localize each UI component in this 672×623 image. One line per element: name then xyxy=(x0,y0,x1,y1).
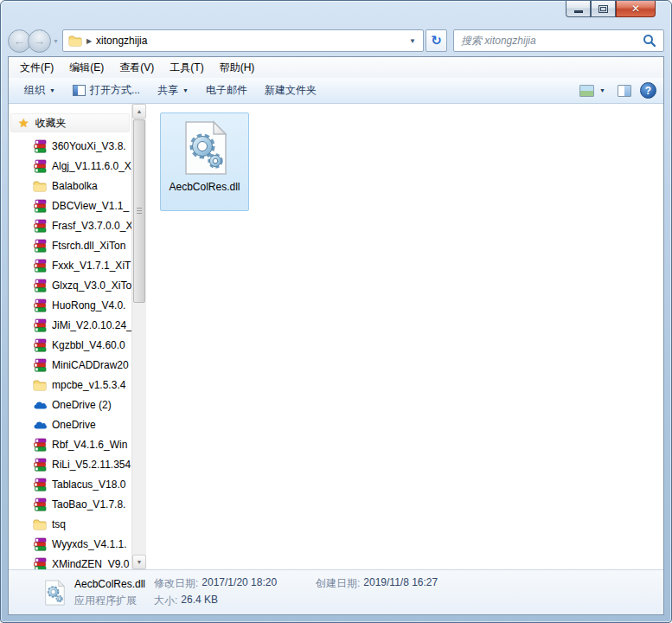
sidebar-item[interactable]: Kgzbbl_V4.60.0 xyxy=(9,335,131,355)
open-with-button[interactable]: 打开方式... xyxy=(64,80,149,101)
sidebar-item[interactable]: tsq xyxy=(9,514,131,534)
refresh-button[interactable]: ↻ xyxy=(426,29,447,52)
sidebar-item[interactable]: Wyyxds_V4.1.1. xyxy=(9,534,131,554)
sidebar-item[interactable]: OneDrive xyxy=(9,414,131,434)
sidebar-item[interactable]: Algj_V1.11.6.0_X xyxy=(9,156,131,176)
forward-button[interactable]: → xyxy=(28,29,51,53)
created-date-label: 创建日期: xyxy=(316,576,360,591)
close-button[interactable]: ✕ xyxy=(616,1,656,17)
sidebar-item[interactable]: OneDrive (2) xyxy=(9,395,131,414)
sidebar-item-label: tsq xyxy=(52,518,66,530)
content-area: ★ 收藏夹 360YouXi_V3.8.Algj_V1.11.6.0_XBala… xyxy=(9,104,663,569)
rar-archive-icon xyxy=(33,139,47,153)
close-icon: ✕ xyxy=(631,3,640,15)
file-type-label: 应用程序扩展 xyxy=(74,594,152,608)
sidebar-item-label: MiniCADDraw20 xyxy=(52,359,129,371)
sidebar-item[interactable]: XMindZEN_V9.0 xyxy=(9,554,131,569)
dll-file-icon xyxy=(177,120,233,176)
chevron-down-icon: ▼ xyxy=(182,87,189,93)
star-icon: ★ xyxy=(18,116,29,130)
sidebar-item[interactable]: Glxzq_V3.0_XiTo xyxy=(9,275,131,295)
menu-edit[interactable]: 编辑(E) xyxy=(61,58,112,78)
recent-pages-dropdown[interactable]: ▼ xyxy=(53,38,59,44)
sidebar-item[interactable]: Balabolka xyxy=(9,176,131,196)
rar-archive-icon xyxy=(33,478,47,491)
maximize-button[interactable] xyxy=(591,1,616,17)
breadcrumb-arrow-icon: ▶ xyxy=(86,37,92,45)
sidebar-item-label: Algj_V1.11.6.0_X xyxy=(52,160,131,172)
scrollbar-thumb[interactable] xyxy=(133,119,145,303)
sidebar-item[interactable]: DBCView_V1.1_ xyxy=(9,196,131,215)
new-folder-button[interactable]: 新建文件夹 xyxy=(256,80,325,101)
command-bar: 组织▼ 打开方式... 共享▼ 电子邮件 新建文件夹 ▼ ? xyxy=(9,78,663,104)
sidebar-item-label: RiLi_V5.2.11.354 xyxy=(52,459,131,471)
onedrive-cloud-icon xyxy=(33,418,47,432)
rar-archive-icon xyxy=(33,159,47,173)
sidebar-item[interactable]: 360YouXi_V3.8. xyxy=(9,136,131,156)
sidebar-item-label: Kgzbbl_V4.60.0 xyxy=(52,339,125,351)
sidebar-item-label: Balabolka xyxy=(52,180,98,192)
sidebar-item[interactable]: Frasf_V3.7.0.0_X xyxy=(9,215,131,235)
file-item-selected[interactable]: AecbColRes.dll xyxy=(160,112,249,211)
file-list-pane[interactable]: AecbColRes.dll xyxy=(146,104,663,569)
address-dropdown-icon[interactable]: ▼ xyxy=(407,37,418,45)
sidebar-item[interactable]: Tablacus_V18.0 xyxy=(9,474,131,494)
search-icon xyxy=(643,34,656,48)
organize-button[interactable]: 组织▼ xyxy=(16,80,64,101)
menu-tools[interactable]: 工具(T) xyxy=(162,58,211,78)
help-button[interactable]: ? xyxy=(640,82,656,99)
sidebar-item[interactable]: MiniCADDraw20 xyxy=(9,355,131,375)
menu-help[interactable]: 帮助(H) xyxy=(212,58,263,78)
search-box[interactable]: 搜索 xitongzhijia xyxy=(453,29,664,52)
rar-archive-icon xyxy=(33,537,47,551)
menu-file[interactable]: 文件(F) xyxy=(12,58,61,78)
rar-archive-icon xyxy=(33,458,47,472)
rar-archive-icon xyxy=(33,299,47,312)
favorites-header[interactable]: ★ 收藏夹 xyxy=(10,113,130,132)
sidebar-item[interactable]: Rbf_V4.1.6_Win xyxy=(9,434,131,454)
application-window-icon xyxy=(73,85,86,96)
rar-archive-icon xyxy=(33,239,47,253)
rar-archive-icon xyxy=(33,199,47,213)
scrollbar-grip-icon xyxy=(137,208,142,215)
sidebar-item-label: Tablacus_V18.0 xyxy=(52,478,125,491)
sidebar-item[interactable]: TaoBao_V1.7.8. xyxy=(9,494,131,514)
sidebar-item[interactable]: HuoRong_V4.0. xyxy=(9,295,131,315)
sidebar-item[interactable]: Fxxk_V1.7.1_XiT xyxy=(9,255,131,275)
folder-icon xyxy=(33,517,47,531)
sidebar-item[interactable]: JiMi_V2.0.10.24_ xyxy=(9,315,131,335)
rar-archive-icon xyxy=(33,438,47,452)
share-button[interactable]: 共享▼ xyxy=(149,80,197,101)
sidebar-item-label: JiMi_V2.0.10.24_ xyxy=(52,319,131,331)
views-button[interactable]: ▼ xyxy=(576,80,609,101)
menu-view[interactable]: 查看(V) xyxy=(112,58,162,78)
folder-icon xyxy=(33,378,47,392)
maximize-icon xyxy=(598,5,608,13)
folder-icon xyxy=(33,179,47,193)
sidebar-scrollbar[interactable]: ▲ ▼ xyxy=(131,104,146,569)
preview-pane-button[interactable] xyxy=(618,85,631,97)
rar-archive-icon xyxy=(33,279,47,292)
address-bar[interactable]: ▶ xitongzhijia ▼ xyxy=(62,29,424,52)
breadcrumb[interactable]: xitongzhijia xyxy=(96,35,403,47)
chevron-down-icon: ▼ xyxy=(599,87,605,93)
sidebar-item-label: Glxzq_V3.0_XiTo xyxy=(52,279,131,292)
sidebar-item-label: Fxxk_V1.7.1_XiT xyxy=(52,260,131,272)
sidebar-item-label: OneDrive (2) xyxy=(52,399,112,411)
question-icon: ? xyxy=(645,85,651,97)
sidebar-item-label: 360YouXi_V3.8. xyxy=(52,140,126,152)
scroll-up-button[interactable]: ▲ xyxy=(132,104,146,119)
explorer-window: ✕ ← → ▼ ▶ xitongzhijia ▼ ↻ 搜索 xitongzhij… xyxy=(0,0,672,623)
sidebar-item[interactable]: Ftsrch.dll_XiTon xyxy=(9,235,131,255)
search-input[interactable]: 搜索 xitongzhijia xyxy=(461,34,643,48)
email-button[interactable]: 电子邮件 xyxy=(197,80,256,101)
minimize-button[interactable] xyxy=(566,1,591,17)
sidebar-item-label: TaoBao_V1.7.8. xyxy=(52,498,125,511)
sidebar-item[interactable]: mpcbe_v1.5.3.4 xyxy=(9,375,131,395)
sidebar-item[interactable]: RiLi_V5.2.11.354 xyxy=(9,454,131,474)
file-name-label: AecbColRes.dll xyxy=(169,181,240,193)
refresh-icon: ↻ xyxy=(431,33,442,48)
scroll-down-button[interactable]: ▼ xyxy=(132,555,146,569)
sidebar-item-label: Rbf_V4.1.6_Win xyxy=(52,439,127,451)
minimize-icon xyxy=(574,10,583,13)
